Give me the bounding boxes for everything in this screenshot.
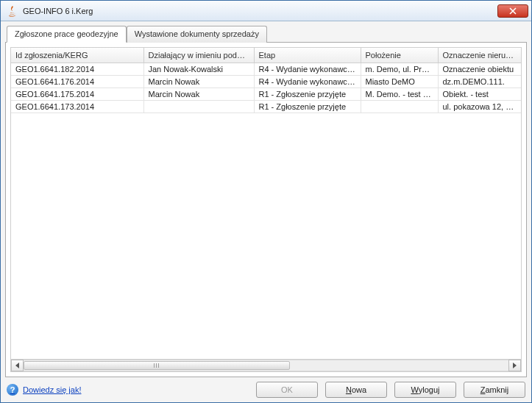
cell-stage: R4 - Wydanie wykonawcy w... <box>254 63 361 76</box>
tab-dokumenty-sprzedazy[interactable]: Wystawione dokumenty sprzedaży <box>127 26 267 43</box>
col-agent[interactable]: Działający w imieniu podmi... <box>143 48 254 63</box>
tab-panel: Id zgłoszenia/KERG Działający w imieniu … <box>5 42 527 377</box>
tabs-row: Zgłoszone prace geodezyjne Wystawione do… <box>5 26 527 43</box>
client-area: Zgłoszone prace geodezyjne Wystawione do… <box>1 21 531 402</box>
cell-location <box>361 101 438 113</box>
button-bar: ? Dowiedz się jak! OK Nowa Wyloguj Zamkn… <box>5 377 527 398</box>
cell-id: GEO1.6641.175.2014 <box>11 88 143 101</box>
cell-agent <box>143 101 254 113</box>
java-app-icon <box>7 5 18 17</box>
cell-property: Oznaczenie obiektu <box>438 63 521 76</box>
chevron-left-icon <box>15 363 19 368</box>
cell-location: M. Demo. - test c... <box>361 88 438 101</box>
cell-property: ul. pokazowa 12, 34-567 DE. <box>438 101 521 113</box>
cell-stage: R1 - Zgłoszenie przyjęte <box>254 101 361 113</box>
btn-rest: yloguj <box>419 385 440 394</box>
table-header-row: Id zgłoszenia/KERG Działający w imieniu … <box>11 48 521 63</box>
scroll-right-button[interactable] <box>508 360 521 371</box>
cell-stage: R1 - Zgłoszenie przyjęte <box>254 88 361 101</box>
cell-property: Obiekt. - test <box>438 88 521 101</box>
window-title: GEO-INFO 6 i.Kerg <box>23 7 497 15</box>
nowa-button[interactable]: Nowa <box>325 382 387 398</box>
col-polozenie[interactable]: Położenie <box>361 48 438 63</box>
cell-agent: Marcin Nowak <box>143 88 254 101</box>
ok-button: OK <box>256 382 318 398</box>
tab-zgloszone-prace[interactable]: Zgłoszone prace geodezyjne <box>7 26 127 43</box>
table-container: Id zgłoszenia/KERG Działający w imieniu … <box>10 47 522 372</box>
table-row[interactable]: GEO1.6641.175.2014 Marcin Nowak R1 - Zgł… <box>11 88 521 101</box>
table-row[interactable]: GEO1.6641.182.2014 Jan Nowak-Kowalski R4… <box>11 63 521 76</box>
help-icon: ? <box>7 384 18 396</box>
table-row[interactable]: GEO1.6641.176.2014 Marcin Nowak R4 - Wyd… <box>11 76 521 88</box>
help-link-label: Dowiedz się jak! <box>23 385 81 394</box>
close-button[interactable] <box>497 4 528 18</box>
chevron-right-icon <box>513 363 517 368</box>
wyloguj-button[interactable]: Wyloguj <box>394 382 456 398</box>
help-link[interactable]: ? Dowiedz się jak! <box>7 384 81 396</box>
app-window: GEO-INFO 6 i.Kerg Zgłoszone prace geodez… <box>0 0 532 403</box>
zamknij-button[interactable]: Zamknij <box>464 382 525 398</box>
scroll-grip-icon <box>154 363 160 368</box>
scroll-left-button[interactable] <box>11 360 24 371</box>
cell-id: GEO1.6641.176.2014 <box>11 76 143 88</box>
table-empty-area <box>11 113 521 359</box>
col-id[interactable]: Id zgłoszenia/KERG <box>11 48 143 63</box>
col-etap[interactable]: Etap <box>254 48 361 63</box>
mnemonic: N <box>346 385 352 394</box>
close-icon <box>509 7 517 15</box>
scroll-thumb[interactable] <box>24 361 290 370</box>
cell-agent: Marcin Nowak <box>143 76 254 88</box>
cell-property: dz.m.DEMO.111. <box>438 76 521 88</box>
col-oznaczenie[interactable]: Oznaczenie nieruchomości <box>438 48 521 63</box>
cell-agent: Jan Nowak-Kowalski <box>143 63 254 76</box>
table-row[interactable]: GEO1.6641.173.2014 R1 - Zgłoszenie przyj… <box>11 101 521 113</box>
cell-id: GEO1.6641.173.2014 <box>11 101 143 113</box>
scroll-track[interactable] <box>24 360 508 371</box>
titlebar: GEO-INFO 6 i.Kerg <box>1 1 531 21</box>
cell-stage: R4 - Wydanie wykonawcy w... <box>254 76 361 88</box>
cell-id: GEO1.6641.182.2014 <box>11 63 143 76</box>
btn-rest: owa <box>352 385 366 394</box>
cell-location: m. Demo, ul. Przy... <box>361 63 438 76</box>
horizontal-scrollbar[interactable] <box>11 359 521 371</box>
submissions-table: Id zgłoszenia/KERG Działający w imieniu … <box>11 48 521 113</box>
btn-rest: amknij <box>485 385 508 394</box>
cell-location: Miasto DeMO <box>361 76 438 88</box>
mnemonic: W <box>411 385 418 394</box>
